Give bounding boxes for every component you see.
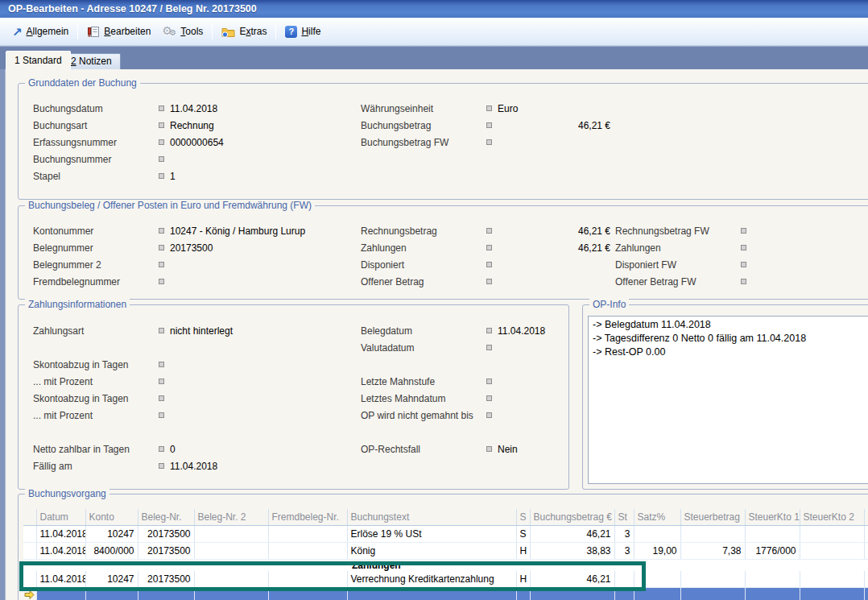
cell-steuerbetrag[interactable] [680, 571, 745, 588]
cell-datum[interactable]: 11.04.2018 [36, 525, 85, 542]
cell-beleg-nr[interactable]: 20173500 [138, 542, 194, 559]
toolbar-button-bearbeiten[interactable]: Bearbeiten [81, 23, 156, 40]
cell-fremdbeleg-nr[interactable] [268, 525, 347, 542]
column-header[interactable]: Beleg-Nr. [138, 509, 194, 525]
cell-steuerkto-2[interactable] [800, 542, 864, 559]
tab-standard[interactable]: 1 Standard [6, 51, 71, 69]
row-selector-cell[interactable] [23, 542, 36, 559]
column-header[interactable]: Beleg-Nr. 2 [194, 509, 268, 525]
cell-beleg-nr-2[interactable] [194, 542, 268, 559]
cell-fremdbeleg-nr[interactable] [268, 542, 347, 559]
group-zahlungsinformationen: Zahlungsinformationen Zahlungsart nicht … [18, 304, 569, 490]
cell-s[interactable]: S [516, 525, 530, 542]
field-label: Buchungsbetrag [361, 120, 486, 131]
field-skontoabzug-2: Skontoabzug in Tagen [33, 390, 233, 407]
cell-st[interactable]: 3 [614, 525, 634, 542]
zahlungsinfo-mid-column: Belegdatum 11.04.2018 Valutadatum Letzte… [361, 322, 545, 457]
column-header[interactable]: Buchungsbetrag € [530, 509, 614, 525]
column-header[interactable]: Steuerbetrag [680, 509, 745, 525]
cell-steuerbetrag[interactable] [680, 525, 745, 542]
op-bearbeiten-window: OP-Bearbeiten - Adresse 10247 / Beleg Nr… [0, 0, 868, 600]
spacer-row [33, 424, 233, 441]
toolbar-separator [212, 23, 213, 39]
field-marker-icon [486, 412, 492, 418]
field-marker-icon [159, 139, 164, 145]
window-left-border [0, 69, 6, 600]
row-selector-cell[interactable] [23, 525, 36, 542]
new-row-cell[interactable] [800, 588, 864, 600]
field-label: Skontoabzug in Tagen [33, 393, 159, 404]
field-value: nicht hinterlegt [170, 325, 233, 337]
cell-satz[interactable]: 19,00 [634, 542, 680, 559]
cell-steuerkto-1[interactable] [745, 525, 800, 542]
field-marker-icon [486, 379, 492, 384]
field-label: Letzte Mahnstufe [361, 376, 486, 387]
field-label: Disponiert [361, 259, 486, 271]
column-header[interactable]: S [516, 509, 530, 525]
table-row[interactable]: 11.04.2018 10247 20173500 Erlöse 19 % US… [23, 525, 868, 542]
field-waehrungseinheit: Währungseinheit Euro [361, 100, 610, 117]
column-header[interactable]: Fremdbeleg-Nr. [268, 509, 347, 525]
cell-st[interactable]: 3 [614, 542, 634, 559]
new-row-cell[interactable] [680, 588, 745, 600]
tab-notizen[interactable]: 2 Notizen [62, 53, 121, 69]
cell-datum[interactable]: 11.04.2018 [36, 542, 85, 559]
field-label: Stapel [33, 171, 159, 182]
grunddaten-left-column: Buchungsdatum 11.04.2018 Buchungsart Rec… [33, 100, 224, 184]
field-label: Buchungsdatum [33, 103, 159, 114]
cell-steuerkto-2[interactable] [800, 525, 864, 542]
column-header[interactable]: St [614, 509, 634, 525]
field-marker-icon [159, 122, 164, 128]
cell-buchungsbetrag[interactable]: 46,21 [530, 525, 614, 542]
cell-steuerkto-1[interactable] [745, 571, 800, 588]
window-titlebar[interactable]: OP-Bearbeiten - Adresse 10247 / Beleg Nr… [0, 0, 868, 18]
field-value: Euro [498, 103, 518, 114]
toolbar-button-allgemein[interactable]: ↗ Allgemein [6, 23, 74, 40]
field-erfassungsnummer: Erfassungsnummer 0000000654 [33, 134, 224, 151]
cell-buchungsbetrag[interactable]: 38,83 [530, 542, 614, 559]
field-marker-icon [159, 379, 164, 384]
column-header[interactable]: SteuerKto 2 [800, 509, 864, 525]
field-marker-icon [159, 228, 164, 234]
field-faellig-am: Fällig am 11.04.2018 [33, 457, 233, 474]
field-value: 1 [170, 171, 176, 182]
toolbar-button-hilfe[interactable]: ? Hilfe [279, 23, 326, 40]
field-value: 0000000654 [170, 137, 224, 148]
cell-s[interactable]: H [516, 542, 530, 559]
field-valutadatum: Valutadatum [361, 339, 545, 356]
field-label: Valutadatum [361, 342, 486, 354]
column-header[interactable]: Datum [36, 509, 85, 525]
column-header[interactable]: Buchungstext [347, 509, 516, 525]
field-value: 11.04.2018 [170, 461, 217, 472]
cell-buchungstext[interactable]: Erlöse 19 % USt [347, 525, 516, 542]
cell-beleg-nr[interactable]: 20173500 [138, 525, 194, 542]
cell-satz[interactable] [634, 525, 680, 542]
field-value: 11.04.2018 [170, 103, 217, 114]
field-marker-icon [486, 122, 492, 128]
toolbar-button-extras[interactable]: Extras [216, 23, 272, 40]
cell-steuerkto-1[interactable]: 1776/000 [745, 542, 800, 559]
column-header[interactable]: SteuerKto 1 [745, 509, 800, 525]
field-label: Belegdatum [361, 325, 486, 337]
cell-buchungstext[interactable]: König [347, 542, 516, 559]
field-label: Disponiert FW [615, 259, 741, 271]
field-marker-icon [486, 395, 492, 401]
field-stapel: Stapel 1 [33, 168, 224, 184]
field-zahlungen: Zahlungen 46,21 € [361, 239, 610, 256]
field-label: OP wird nicht gemahnt bis [361, 410, 486, 421]
column-header[interactable]: Satz% [634, 509, 680, 525]
toolbar-button-tools[interactable]: ⚙⚙ Tools [156, 23, 209, 40]
cell-empty [864, 542, 868, 559]
cell-konto[interactable]: 10247 [85, 525, 138, 542]
field-marker-icon [159, 463, 164, 469]
field-label: Rechnungsbetrag [361, 226, 486, 237]
cell-steuerbetrag[interactable]: 7,38 [680, 542, 745, 559]
field-label: Zahlungen [615, 242, 741, 254]
field-offener-betrag-fw: Offener Betrag FW [615, 273, 752, 290]
cell-beleg-nr-2[interactable] [194, 525, 268, 542]
cell-konto[interactable]: 8400/000 [85, 542, 138, 559]
table-row[interactable]: 11.04.2018 8400/000 20173500 König H 38,… [23, 542, 868, 559]
new-row-cell[interactable] [745, 588, 800, 600]
column-header[interactable]: Konto [85, 509, 138, 525]
cell-steuerkto-2[interactable] [800, 571, 864, 588]
